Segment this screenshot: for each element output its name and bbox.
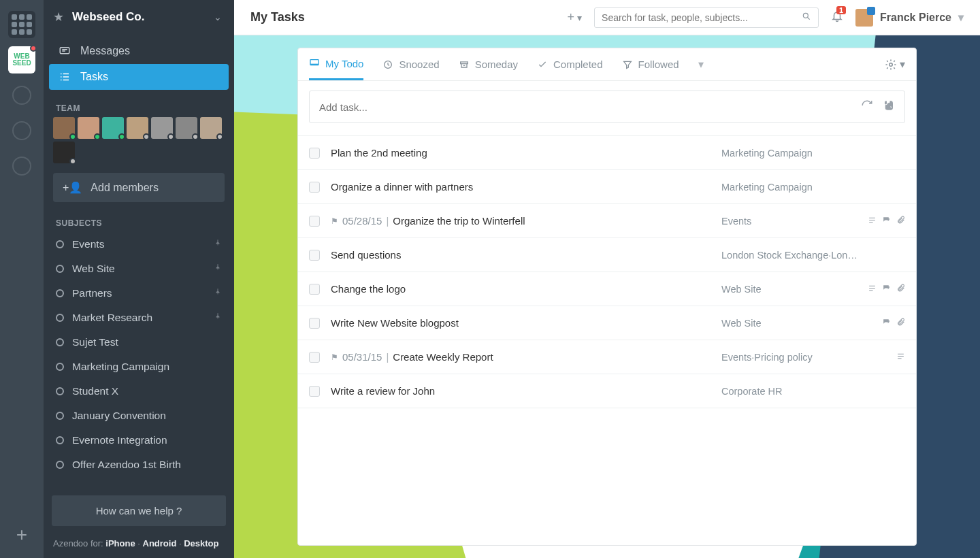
avatar[interactable] bbox=[53, 142, 75, 163]
link-android[interactable]: Android bbox=[143, 538, 177, 548]
add-workspace-button[interactable]: + bbox=[16, 524, 27, 546]
task-indicators bbox=[864, 284, 905, 295]
subject-item[interactable]: Partners bbox=[44, 281, 234, 306]
quick-add-button[interactable]: + ▾ bbox=[568, 10, 583, 24]
task-row[interactable]: Write New Website blogpost Web Site bbox=[298, 306, 916, 340]
more-tabs-button[interactable]: ▾ bbox=[698, 58, 704, 71]
workspace-other-3[interactable] bbox=[8, 152, 35, 180]
task-indicators bbox=[864, 318, 905, 329]
circle-icon bbox=[56, 265, 64, 273]
workspace-other-1[interactable] bbox=[8, 82, 35, 109]
tasks-settings-button[interactable]: ▾ bbox=[885, 58, 905, 71]
task-row[interactable]: Change the logo Web Site bbox=[298, 272, 916, 306]
tab-followed[interactable]: Followed bbox=[622, 48, 679, 80]
subject-name: Evernote Integration bbox=[72, 434, 167, 446]
help-button[interactable]: How can we help ? bbox=[52, 495, 226, 526]
add-members-label: Add members bbox=[91, 182, 159, 194]
subject-item[interactable]: Student X bbox=[44, 379, 234, 404]
user-menu[interactable]: Franck Pierce ▾ bbox=[855, 9, 964, 27]
sidebar-footer: Azendoo for: iPhone · Android · Desktop bbox=[44, 531, 234, 558]
avatar bbox=[855, 9, 873, 27]
attach-icon bbox=[896, 216, 905, 227]
search-icon bbox=[802, 12, 811, 24]
notification-count: 1 bbox=[836, 6, 846, 14]
refresh-icon[interactable] bbox=[861, 99, 873, 114]
pin-icon bbox=[214, 263, 222, 275]
comment-icon bbox=[882, 284, 891, 295]
evernote-icon[interactable] bbox=[883, 99, 895, 114]
task-title: Write New Website blogpost bbox=[331, 317, 459, 329]
task-project: Web Site bbox=[721, 318, 858, 329]
task-row[interactable]: ⚑05/28/15|Organize the trip to Winterfel… bbox=[298, 204, 916, 238]
subject-item[interactable]: January Convention bbox=[44, 404, 234, 428]
link-iphone[interactable]: iPhone bbox=[105, 538, 135, 548]
subjects-list: EventsWeb SitePartnersMarket ResearchSuj… bbox=[44, 232, 234, 490]
add-task-input[interactable] bbox=[319, 101, 851, 113]
avatar[interactable] bbox=[127, 117, 148, 139]
task-project: Events bbox=[721, 216, 858, 227]
task-checkbox[interactable] bbox=[309, 148, 320, 159]
comment-icon bbox=[882, 318, 891, 329]
avatar[interactable] bbox=[102, 117, 124, 139]
subject-name: Student X bbox=[72, 385, 118, 397]
tab-snoozed[interactable]: Snoozed bbox=[382, 48, 439, 80]
task-row[interactable]: Send questions London Stock Exchange·Lon… bbox=[298, 238, 916, 272]
task-row[interactable]: Plan the 2nd meeting Marketing Campaign bbox=[298, 136, 916, 170]
avatar[interactable] bbox=[200, 117, 222, 139]
subject-item[interactable]: Offer Azendoo 1st Birth bbox=[44, 453, 234, 477]
nav-tasks[interactable]: Tasks bbox=[49, 64, 229, 90]
team-section-label: TEAM bbox=[44, 97, 234, 117]
subject-item[interactable]: Evernote Integration bbox=[44, 428, 234, 453]
subject-item[interactable]: Events bbox=[44, 232, 234, 257]
task-tabs: My Todo Snoozed Someday Completed Follow… bbox=[298, 48, 916, 81]
subject-item[interactable]: Market Research bbox=[44, 306, 234, 330]
subject-item[interactable]: Web Site bbox=[44, 257, 234, 281]
subject-item[interactable]: Sujet Test bbox=[44, 330, 234, 355]
workspace-webseed[interactable]: WEBSEED bbox=[8, 46, 35, 73]
task-checkbox[interactable] bbox=[309, 284, 320, 295]
avatar[interactable] bbox=[151, 117, 173, 139]
workspace-other-2[interactable] bbox=[8, 117, 35, 144]
task-checkbox[interactable] bbox=[309, 216, 320, 227]
archive-icon bbox=[459, 59, 470, 70]
circle-icon bbox=[56, 461, 64, 469]
search-box[interactable] bbox=[594, 7, 819, 28]
pin-icon bbox=[214, 312, 222, 324]
task-checkbox[interactable] bbox=[309, 250, 320, 261]
task-checkbox[interactable] bbox=[309, 352, 320, 363]
nav-label: Tasks bbox=[80, 71, 108, 83]
task-project: Corporate HR bbox=[721, 386, 858, 397]
task-row[interactable]: ⚑05/31/15|Create Weekly Report Events·Pr… bbox=[298, 340, 916, 374]
task-checkbox[interactable] bbox=[309, 386, 320, 397]
nav-messages[interactable]: Messages bbox=[49, 38, 229, 64]
chevron-down-icon: ▾ bbox=[900, 58, 905, 71]
task-title: Send questions bbox=[331, 249, 401, 261]
messages-icon bbox=[59, 45, 71, 57]
main: My Tasks + ▾ 1 Franck Pierce ▾ bbox=[234, 0, 980, 558]
page-title: My Tasks bbox=[250, 10, 555, 24]
notifications-button[interactable]: 1 bbox=[831, 10, 843, 25]
avatar[interactable] bbox=[176, 117, 197, 139]
task-checkbox[interactable] bbox=[309, 318, 320, 329]
add-task-box[interactable] bbox=[309, 91, 905, 123]
link-desktop[interactable]: Desktop bbox=[184, 538, 218, 548]
task-project: Marketing Campaign bbox=[721, 182, 858, 193]
subject-item[interactable]: Marketing Campaign bbox=[44, 355, 234, 379]
apps-switcher[interactable] bbox=[8, 11, 35, 38]
task-row[interactable]: Organize a dinner with partners Marketin… bbox=[298, 170, 916, 204]
tab-my-todo[interactable]: My Todo bbox=[309, 48, 363, 80]
task-row[interactable]: Write a review for John Corporate HR bbox=[298, 374, 916, 408]
workspace-switcher[interactable]: ★ Webseed Co. ⌄ bbox=[44, 0, 234, 34]
search-input[interactable] bbox=[602, 12, 802, 23]
tab-someday[interactable]: Someday bbox=[459, 48, 518, 80]
tab-completed[interactable]: Completed bbox=[537, 48, 603, 80]
task-title: Organize a dinner with partners bbox=[331, 181, 473, 193]
avatar[interactable] bbox=[53, 117, 75, 139]
avatar[interactable] bbox=[78, 117, 99, 139]
add-members-button[interactable]: +👤 Add members bbox=[53, 173, 225, 202]
task-date: 05/28/15 bbox=[342, 215, 382, 227]
task-indicators bbox=[864, 216, 905, 227]
task-checkbox[interactable] bbox=[309, 182, 320, 193]
circle-icon bbox=[56, 338, 64, 346]
svg-point-1 bbox=[803, 13, 808, 18]
